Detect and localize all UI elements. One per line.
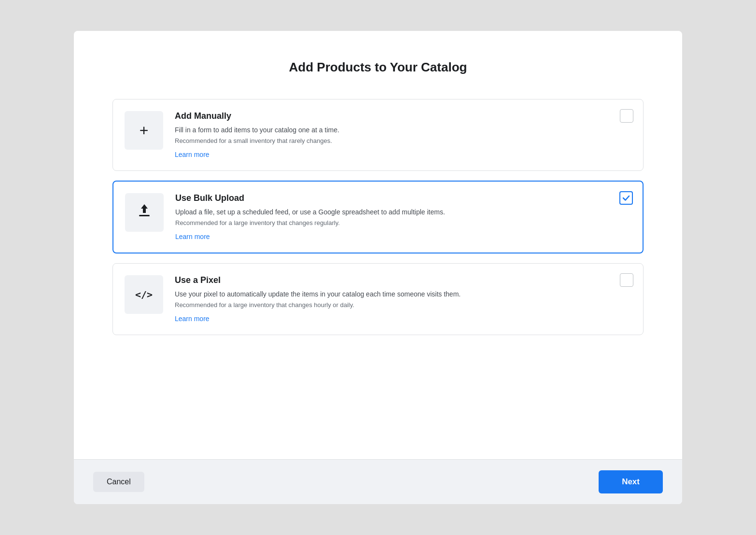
- use-pixel-description: Use your pixel to automatically update t…: [175, 289, 631, 299]
- add-manually-title: Add Manually: [175, 111, 631, 121]
- modal-footer: Cancel Next: [74, 459, 682, 504]
- bulk-upload-recommendation: Recommended for a large inventory that c…: [175, 219, 631, 226]
- bulk-upload-learn-more[interactable]: Learn more: [175, 233, 210, 240]
- use-pixel-checkbox-empty: [620, 273, 633, 287]
- add-manually-description: Fill in a form to add items to your cata…: [175, 125, 631, 135]
- add-manually-checkbox-empty: [620, 109, 633, 123]
- bulk-upload-checkbox-checked: [619, 191, 633, 205]
- add-manually-checkbox[interactable]: [620, 109, 633, 123]
- bulk-upload-checkbox[interactable]: [619, 191, 633, 205]
- use-pixel-learn-more[interactable]: Learn more: [175, 315, 210, 323]
- use-pixel-checkbox[interactable]: [620, 273, 633, 287]
- bulk-upload-body: Use Bulk Upload Upload a file, set up a …: [175, 193, 631, 241]
- page-title: Add Products to Your Catalog: [112, 60, 644, 75]
- use-pixel-icon-box: </>: [125, 275, 163, 314]
- pixel-icon: </>: [135, 289, 153, 300]
- option-card-add-manually[interactable]: + Add Manually Fill in a form to add ite…: [112, 99, 644, 171]
- use-pixel-title: Use a Pixel: [175, 275, 631, 285]
- bulk-upload-description: Upload a file, set up a scheduled feed, …: [175, 207, 631, 217]
- bulk-upload-title: Use Bulk Upload: [175, 193, 631, 203]
- upload-icon: [136, 202, 153, 223]
- modal-content: Add Products to Your Catalog + Add Manua…: [74, 31, 682, 459]
- add-manually-recommendation: Recommended for a small inventory that r…: [175, 137, 631, 144]
- option-card-use-pixel[interactable]: </> Use a Pixel Use your pixel to automa…: [112, 263, 644, 335]
- plus-icon: +: [140, 122, 149, 140]
- cancel-button[interactable]: Cancel: [93, 472, 144, 492]
- option-card-bulk-upload[interactable]: Use Bulk Upload Upload a file, set up a …: [112, 181, 644, 253]
- use-pixel-body: Use a Pixel Use your pixel to automatica…: [175, 275, 631, 323]
- bulk-upload-icon-box: [125, 193, 164, 232]
- next-button[interactable]: Next: [599, 470, 663, 493]
- add-manually-icon-box: +: [125, 111, 163, 150]
- use-pixel-recommendation: Recommended for a large inventory that c…: [175, 301, 631, 309]
- modal-container: Add Products to Your Catalog + Add Manua…: [74, 31, 682, 504]
- add-manually-body: Add Manually Fill in a form to add items…: [175, 111, 631, 159]
- svg-rect-0: [139, 215, 150, 216]
- add-manually-learn-more[interactable]: Learn more: [175, 151, 210, 158]
